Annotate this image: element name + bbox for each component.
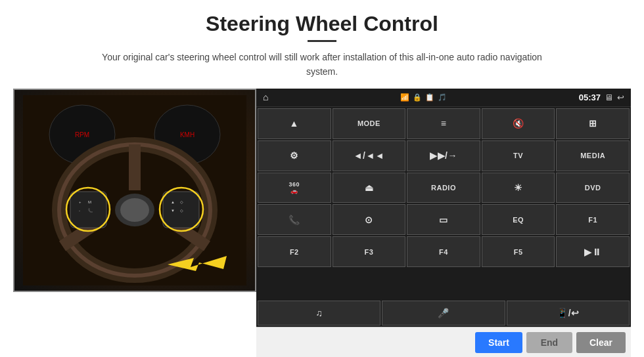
prev-btn[interactable]: ◄/◄◄ (333, 140, 406, 171)
rect-btn[interactable]: ▭ (407, 204, 480, 235)
tv-btn[interactable]: TV (482, 140, 555, 171)
eject-icon: ⏏ (365, 182, 374, 193)
status-bar: ⌂ 📶 🔒 📋 🎵 05:37 🖥 ↩ (256, 89, 631, 107)
dvd-label: DVD (585, 184, 601, 192)
steering-wheel-image: RPM KMH + M - 📞 (13, 89, 256, 292)
page-subtitle: Your original car's steering wheel contr… (99, 50, 545, 79)
end-button[interactable]: End (526, 332, 572, 353)
f2-label: F2 (290, 248, 299, 256)
settings-btn[interactable]: ⚙ (258, 140, 331, 171)
status-icons: 📶 🔒 📋 🎵 (400, 93, 447, 102)
svg-text:KMH: KMH (180, 131, 195, 138)
wifi-icon: 📶 (400, 93, 409, 102)
apps-btn[interactable]: ⊞ (556, 108, 630, 139)
rect-icon: ▭ (439, 215, 448, 225)
content-row: RPM KMH + M - 📞 (13, 89, 631, 357)
page-title: Steering Wheel Control (206, 12, 438, 36)
radio-btn[interactable]: RADIO (407, 173, 480, 203)
media-label: MEDIA (580, 152, 605, 159)
mute-icon: 🔇 (513, 118, 524, 129)
f3-btn[interactable]: F3 (333, 236, 406, 267)
svg-point-11 (120, 198, 149, 222)
svg-text:◇: ◇ (180, 200, 183, 204)
dvd-btn[interactable]: DVD (556, 173, 630, 203)
nav-btn[interactable]: ▲ (258, 108, 331, 139)
music-btn[interactable]: ♫ (258, 301, 380, 326)
control-panel: ⌂ 📶 🔒 📋 🎵 05:37 🖥 ↩ (256, 89, 631, 327)
bright-btn[interactable]: ☀ (482, 173, 555, 203)
nav-icon: ▲ (290, 118, 299, 129)
f1-btn[interactable]: F1 (556, 204, 630, 235)
time-display: 05:37 (579, 93, 601, 102)
svg-text:▼: ▼ (171, 209, 175, 213)
bottom-bar: Start End Clear (256, 327, 631, 357)
list-icon: ≡ (441, 118, 447, 129)
svg-text:◇: ◇ (180, 209, 183, 213)
svg-text:M: M (88, 200, 91, 204)
sim-icon: 📋 (425, 93, 434, 102)
prev-icon: ◄/◄◄ (354, 150, 384, 161)
eq-label: EQ (513, 216, 524, 224)
svg-text:RPM: RPM (75, 131, 89, 138)
start-button[interactable]: Start (475, 332, 522, 353)
music-icon: ♫ (315, 308, 323, 318)
mic-icon: 🎤 (438, 308, 449, 318)
playpause-icon: ▶⏸ (584, 247, 601, 257)
phone-icon: 📞 (288, 215, 300, 225)
cam360-icon: 360🚗 (289, 181, 300, 194)
svg-text:+: + (79, 200, 81, 204)
apps-icon: ⊞ (589, 118, 597, 129)
steering-wheel-svg: RPM KMH + M - 📞 (23, 95, 246, 285)
media-btn[interactable]: MEDIA (556, 140, 630, 171)
lock-icon: 🔒 (413, 93, 422, 102)
callend-btn[interactable]: 📱/↩ (507, 301, 630, 326)
svg-text:-: - (79, 209, 80, 213)
back-icon[interactable]: ↩ (617, 93, 624, 102)
eject-btn[interactable]: ⏏ (333, 173, 406, 203)
gps-btn[interactable]: ⊙ (333, 204, 406, 235)
button-grid: ▲ MODE ≡ 🔇 ⊞ ⚙ ◄/◄◄ ▶▶/→ TV MEDIA 360🚗 ⏏… (256, 107, 631, 301)
next-btn[interactable]: ▶▶/→ (407, 140, 480, 171)
tv-label: TV (513, 152, 523, 159)
eq-btn[interactable]: EQ (482, 204, 555, 235)
mode-btn[interactable]: MODE (333, 108, 406, 139)
radio-label: RADIO (431, 184, 456, 192)
f3-label: F3 (364, 248, 373, 256)
mute-btn[interactable]: 🔇 (482, 108, 555, 139)
f5-label: F5 (514, 248, 523, 256)
status-left: ⌂ (263, 92, 268, 102)
f1-label: F1 (588, 216, 597, 224)
cam360-btn[interactable]: 360🚗 (258, 173, 331, 203)
bluetooth-icon: 🎵 (438, 93, 447, 102)
svg-text:▲: ▲ (171, 200, 175, 204)
next-icon: ▶▶/→ (430, 150, 457, 161)
title-divider (308, 40, 336, 42)
last-row: ♫ 🎤 📱/↩ (256, 301, 631, 327)
control-panel-wrapper: ⌂ 📶 🔒 📋 🎵 05:37 🖥 ↩ (256, 89, 631, 357)
mode-label: MODE (357, 119, 380, 127)
mic-btn[interactable]: 🎤 (382, 301, 505, 326)
phone-btn[interactable]: 📞 (258, 204, 331, 235)
callend-icon: 📱/↩ (557, 308, 579, 318)
list-btn[interactable]: ≡ (407, 108, 480, 139)
gps-icon: ⊙ (365, 215, 373, 225)
home-icon[interactable]: ⌂ (263, 92, 268, 102)
clear-button[interactable]: Clear (576, 332, 626, 353)
f4-btn[interactable]: F4 (407, 236, 480, 267)
f4-label: F4 (439, 248, 448, 256)
playpause-btn[interactable]: ▶⏸ (556, 236, 630, 267)
status-time: 05:37 🖥 ↩ (579, 93, 624, 102)
svg-text:📞: 📞 (88, 208, 93, 213)
screen-icon[interactable]: 🖥 (605, 93, 613, 102)
f5-btn[interactable]: F5 (482, 236, 555, 267)
brightness-icon: ☀ (514, 182, 523, 193)
f2-btn[interactable]: F2 (258, 236, 331, 267)
settings-icon: ⚙ (290, 150, 299, 161)
